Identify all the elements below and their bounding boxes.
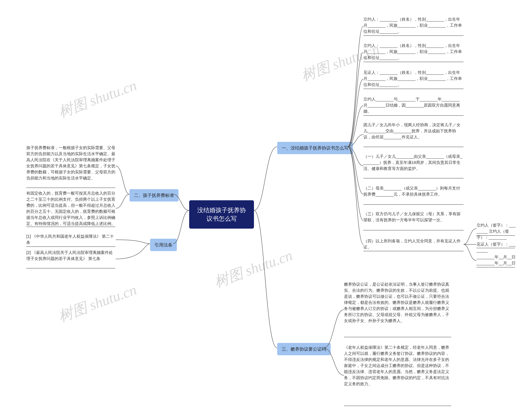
branch-4[interactable]: 引用法条 bbox=[150, 239, 177, 251]
b2-leaf-1: 孩子抚养费标准，一般根据子女的实际需要、父母双方的负担能力以及当地的实际生活水平… bbox=[26, 145, 115, 181]
b1-leaf-7: （二）母亲________（或父亲________）则每月支付抚养费______… bbox=[363, 185, 464, 197]
branch-3[interactable]: 三、赡养协议要公证吗 bbox=[277, 343, 331, 355]
b1-leaf-3: 见证人：________（姓名），性别________，出生年月________… bbox=[363, 69, 464, 88]
b1-leaf-9: （四）以上所列各项，立约人完全同意，并有见证人作证。 bbox=[363, 238, 464, 250]
b4-leaf-2: [2] 《最高人民法院关于人民法院审理离婚案件处理子女抚养问题的若干具体意见》 … bbox=[26, 249, 115, 262]
branch-3-label: 三、赡养协议要公证吗 bbox=[282, 346, 326, 352]
b4-leaf-1: [1] 《中华人民共和国老年人权益保障法》 第二十条 bbox=[26, 233, 115, 245]
watermark: 树图 shutu.cn bbox=[56, 280, 139, 326]
b2-leaf-2: 有固定收入的，抚育费一般可按其月总收入的百分之二十至三十的比例支付。负担两个以上… bbox=[26, 190, 115, 227]
b1-leaf-5: 因儿子／女儿尚年小，现两人经协商，决定将儿子／女儿________交由_____… bbox=[363, 122, 464, 140]
b3-leaf-2: 《老年人权益保障法》第二十条规定，经老年人同意，赡养人之间可以就，履行赡养义务签… bbox=[344, 344, 451, 387]
b1-leaf-1: 立约人：________（姓名），性别________，出生年月________… bbox=[363, 16, 464, 34]
branch-1[interactable]: 一、没结婚孩子抚养协议书怎么写 bbox=[277, 142, 353, 154]
root-title: 没结婚孩子抚养协议书怎么写 bbox=[197, 207, 246, 222]
watermark: 树图 shutu.cn bbox=[212, 246, 295, 292]
b1-l9-sub-1: 立约人（签字）：________ 立约人（签字）：________ bbox=[477, 222, 516, 240]
b1-leaf-8: （三）双方仍与儿子／女儿保留父（母）关系，享有探望权，没有抚养的一方每半年可以探… bbox=[363, 211, 464, 223]
branch-4-label: 引用法条 bbox=[155, 242, 173, 248]
b1-leaf-2: 立约人：________（姓名），性别________，出生年月________… bbox=[363, 43, 464, 61]
b3-leaf-1: 赡养协议公证，是公证处依法证明，当事人签订赡养协议真实、合法的行为。赡养协议的生… bbox=[344, 281, 451, 324]
b1-leaf-4: 立约人________与________于________年________月_… bbox=[363, 96, 464, 114]
b1-l9-sub-3: ________年__月__日________年__月__日 bbox=[477, 254, 516, 266]
b1-leaf-6: （一）儿子／女儿________由父亲________（或母亲________）… bbox=[363, 153, 464, 172]
root-node[interactable]: 没结婚孩子抚养协议书怎么写 bbox=[189, 200, 254, 229]
branch-2-label: 二、孩子抚养费标准 bbox=[134, 193, 174, 198]
watermark: 树图 shutu.cn bbox=[56, 76, 139, 122]
branch-1-label: 一、没结婚孩子抚养协议书怎么写 bbox=[282, 145, 348, 150]
branch-2[interactable]: 二、孩子抚养费标准 bbox=[129, 189, 179, 202]
b1-l9-sub-2: 见证人（签字）：________ bbox=[477, 241, 516, 253]
